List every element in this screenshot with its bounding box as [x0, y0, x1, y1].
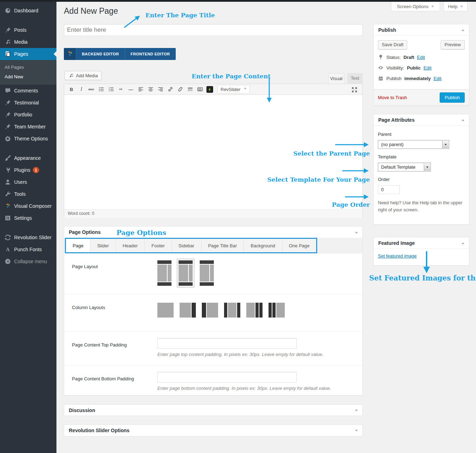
- column-layout-option-sidebar-content[interactable]: [202, 303, 218, 318]
- sidebar-item-portfolio[interactable]: Portfolio: [0, 109, 56, 121]
- media-icon: [68, 73, 74, 78]
- sidebar-item-collapse-menu[interactable]: Collapse menu: [0, 255, 56, 267]
- edit-visibility-link[interactable]: Edit: [423, 65, 431, 71]
- bottom-padding-row: Page Content Bottom Padding Enter page b…: [64, 366, 362, 395]
- collapse-toggle-icon[interactable]: [355, 231, 358, 233]
- column-layout-option-content[interactable]: [157, 303, 174, 318]
- featured-image-header[interactable]: Featured Image: [374, 237, 469, 249]
- sidebar-block: [192, 303, 196, 318]
- collapse-toggle-icon[interactable]: [462, 119, 464, 121]
- publish-box-header[interactable]: Publish: [374, 24, 469, 36]
- bottom-padding-input[interactable]: [157, 372, 297, 382]
- page-options-tab-footer[interactable]: Footer: [145, 239, 172, 252]
- page-layout-option[interactable]: [157, 260, 171, 286]
- page-options-tab-sidebar[interactable]: Sidebar: [172, 239, 201, 252]
- sidebar-subitem-all-pages[interactable]: All Pages: [0, 62, 56, 72]
- screen-options-button[interactable]: Screen Options: [391, 2, 440, 11]
- more-tag-icon[interactable]: [186, 85, 194, 93]
- top-padding-input[interactable]: [157, 338, 297, 349]
- tab-text[interactable]: Text: [347, 73, 363, 84]
- edit-schedule-link[interactable]: Edit: [434, 76, 441, 81]
- sidebar-item-theme-options[interactable]: Theme Options: [0, 133, 56, 145]
- sidebar-item-media[interactable]: Media: [0, 36, 56, 48]
- link-icon[interactable]: [166, 85, 175, 93]
- sidebar-item-settings[interactable]: Settings: [0, 212, 56, 224]
- sidebar-item-team-member[interactable]: Team Member: [0, 121, 56, 133]
- page-layout-option[interactable]: [200, 260, 214, 286]
- bold-icon[interactable]: B: [67, 85, 76, 93]
- toolbar-toggle-icon[interactable]: [195, 85, 204, 93]
- sidebar-subitem-add-new[interactable]: Add New: [0, 72, 56, 81]
- column-layout-option-content-sidebar[interactable]: [180, 303, 196, 318]
- sidebar-item-tools[interactable]: Tools: [0, 188, 56, 200]
- page-options-tab-header[interactable]: Header: [116, 239, 145, 252]
- template-select[interactable]: Default Template: [378, 163, 431, 171]
- numbered-list-icon[interactable]: 123: [107, 85, 115, 93]
- active-item-pointer: [51, 51, 56, 57]
- strikethrough-icon[interactable]: ABC: [87, 85, 96, 93]
- page-options-header[interactable]: Page Options: [64, 226, 362, 238]
- collapse-toggle-icon[interactable]: [462, 29, 464, 31]
- edit-status-link[interactable]: Edit: [417, 55, 425, 60]
- title-input[interactable]: [64, 24, 363, 36]
- discussion-header[interactable]: Discussion: [64, 405, 362, 416]
- preview-button[interactable]: Preview: [441, 40, 465, 49]
- align-center-icon[interactable]: [146, 85, 155, 93]
- revolution-slider-header[interactable]: Revolution Slider Options: [64, 425, 362, 436]
- hr-icon[interactable]: —: [126, 85, 135, 93]
- page-attributes-header[interactable]: Page Attributes: [374, 114, 469, 126]
- revslider-icon[interactable]: [205, 85, 214, 93]
- collapse-toggle-icon[interactable]: [462, 242, 464, 244]
- revslider-dropdown[interactable]: RevSlider: [217, 85, 250, 93]
- sidebar-item-pages[interactable]: Pages: [0, 48, 56, 60]
- column-layout-option-content-sidebar-sidebar[interactable]: [246, 303, 263, 318]
- fullscreen-icon[interactable]: [350, 85, 359, 94]
- align-right-icon[interactable]: [156, 85, 165, 93]
- expand-toggle-icon[interactable]: [355, 410, 358, 411]
- set-featured-image-link[interactable]: Set featured image: [378, 253, 417, 259]
- sidebar-item-label: Collapse menu: [14, 259, 47, 264]
- page-options-tab-one-page[interactable]: One Page: [282, 239, 317, 252]
- sidebar-block: [255, 303, 259, 318]
- sidebar-item-posts[interactable]: Posts: [0, 24, 56, 36]
- sidebar-item-punch-fonts[interactable]: APunch Fonts: [0, 243, 56, 255]
- page-options-tab-page[interactable]: Page: [66, 239, 90, 252]
- parent-select[interactable]: (no parent): [378, 140, 449, 149]
- column-layout-option-sidebar-sidebar-content[interactable]: [269, 303, 285, 318]
- sidebar-item-users[interactable]: Users: [0, 176, 56, 188]
- bullet-list-icon[interactable]: [97, 85, 106, 93]
- italic-icon[interactable]: I: [77, 85, 86, 93]
- sidebar-item-comments[interactable]: Comments: [0, 85, 56, 97]
- publish-button[interactable]: Publish: [440, 92, 465, 103]
- eye-icon: [378, 65, 384, 71]
- column-layout-option-sidebar-content-sidebar[interactable]: [224, 303, 240, 318]
- sidebar-item-testimonial[interactable]: Testimonial: [0, 97, 56, 109]
- expand-toggle-icon[interactable]: [355, 430, 358, 431]
- blockquote-icon[interactable]: “: [116, 85, 125, 93]
- pages-icon: [4, 50, 11, 58]
- order-input[interactable]: [378, 185, 400, 194]
- chevron-down-icon: [244, 88, 247, 91]
- sidebar-item-appearance[interactable]: Appearance: [0, 152, 56, 164]
- unlink-icon[interactable]: [176, 85, 185, 93]
- annotation-arrow: [122, 14, 143, 30]
- backend-editor-button[interactable]: BACKEND EDITOR: [76, 48, 125, 60]
- page-options-tab-page-title-bar[interactable]: Page Title Bar: [201, 239, 244, 252]
- page-options-tab-background[interactable]: Background: [244, 239, 282, 252]
- add-media-button[interactable]: Add Media: [65, 71, 102, 80]
- save-draft-button[interactable]: Save Draft: [378, 40, 407, 49]
- page-layout-label: Page Layout: [72, 262, 157, 269]
- sidebar-item-dashboard[interactable]: Dashboard: [0, 5, 56, 17]
- sidebar-item-visual-composer[interactable]: Visual Composer: [0, 200, 56, 212]
- sidebar-item-revolution-slider[interactable]: Revolution Slider: [0, 231, 56, 243]
- sidebar-item-plugins[interactable]: Plugins1: [0, 164, 56, 176]
- frontend-editor-button[interactable]: FRONTEND EDITOR: [125, 48, 176, 60]
- move-to-trash-link[interactable]: Move to Trash: [378, 95, 407, 100]
- align-left-icon[interactable]: [136, 85, 145, 93]
- page-options-tab-slider[interactable]: Slider: [90, 239, 116, 252]
- help-button[interactable]: Help: [444, 2, 468, 11]
- page-layout-option-selected[interactable]: [177, 259, 194, 288]
- tab-visual[interactable]: Visual: [328, 73, 344, 84]
- select-dropdown-button[interactable]: [424, 163, 430, 171]
- select-dropdown-button[interactable]: [442, 141, 448, 148]
